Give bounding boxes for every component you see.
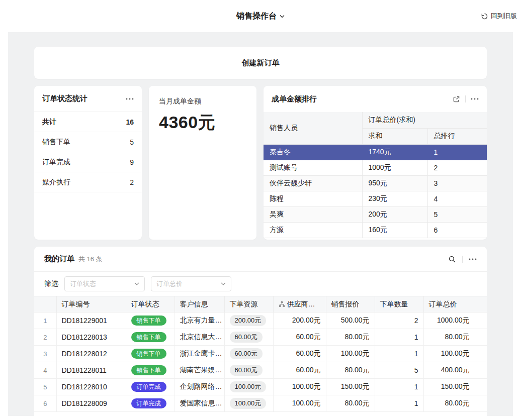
ranking-sum-cell: 200元 <box>362 206 427 222</box>
total-cell: 80.00元 <box>423 329 475 346</box>
resource-pill: 200.00元 <box>230 315 267 326</box>
supplier-cell: 100.00元 <box>273 395 326 412</box>
ranking-row[interactable]: 陈程230元4 <box>264 191 487 206</box>
create-order-button[interactable]: 创建新订单 <box>34 47 487 79</box>
ranking-row[interactable]: 方源160元6 <box>264 222 487 238</box>
supplier-cell: 100.00元 <box>273 379 326 395</box>
customer-cell: 北京有力量… <box>175 312 224 329</box>
order-number-cell: DD181228010 <box>56 379 126 395</box>
quote-cell: 80.00元 <box>326 329 375 346</box>
ranking-sum-cell: 1740元 <box>362 144 427 160</box>
status-list: 销售下单5订单完成9媒介执行2 <box>34 132 142 192</box>
ranking-row[interactable]: 测试账号1000元2 <box>264 160 487 175</box>
status-value: 5 <box>130 138 134 146</box>
lookup-icon <box>279 301 285 307</box>
ranking-person-cell: 吴爽 <box>264 206 362 222</box>
search-icon[interactable] <box>448 255 456 263</box>
orders-column-header[interactable]: 客户信息 <box>175 296 224 312</box>
status-total-label: 共计 <box>42 118 56 127</box>
more-options-icon[interactable] <box>471 98 479 100</box>
customer-cell: 企划路网络… <box>175 379 224 395</box>
quantity-cell: 5 <box>375 362 423 379</box>
ranking-card: 成单金额排行 销售人员 订单总价(求和) <box>264 86 487 240</box>
quantity-cell: 1 <box>375 395 423 412</box>
orders-table: 订单编号订单状态客户信息下单资源供应商…销售报价下单数量订单总价 1DD1812… <box>34 296 487 412</box>
supplier-cell: 60.00元 <box>273 362 326 379</box>
orders-column-header[interactable]: 销售报价 <box>326 296 375 312</box>
orders-column-label: 客户信息 <box>180 300 208 308</box>
status-label: 媒介执行 <box>42 178 70 187</box>
dashboard-content: 创建新订单 订单状态统计 共计 16 销售下单5订单完成9媒介执行2 当月成单金… <box>8 32 513 416</box>
ranking-person-cell: 方源 <box>264 222 362 238</box>
ranking-rank-cell: 3 <box>427 175 487 191</box>
status-row[interactable]: 订单完成9 <box>34 152 142 172</box>
ranking-col-rank: 总排行 <box>427 128 487 144</box>
order-status-cell: 订单完成 <box>126 379 175 395</box>
filler-cell <box>475 362 487 379</box>
resource-cell: 100.00元 <box>224 395 273 412</box>
table-row[interactable]: 3DD181228012销售下单浙江金鹰卡…60.00元60.00元100.00… <box>34 346 487 362</box>
back-to-old-button[interactable]: 回到旧版 <box>481 0 517 32</box>
orders-column-header[interactable]: 供应商… <box>273 296 326 312</box>
status-row[interactable]: 媒介执行2 <box>34 172 142 192</box>
ranking-col-person: 销售人员 <box>264 112 362 144</box>
filler-cell <box>475 379 487 395</box>
order-status-cell: 销售下单 <box>126 329 175 346</box>
status-row[interactable]: 销售下单5 <box>34 132 142 152</box>
orders-col-filler <box>475 296 487 312</box>
orders-column-header[interactable]: 订单编号 <box>56 296 126 312</box>
status-badge: 销售下单 <box>131 365 166 375</box>
filler-cell <box>475 329 487 346</box>
ranking-person-cell: 测试账号 <box>264 160 362 175</box>
ranking-sum-cell: 230元 <box>362 191 427 206</box>
filter-selects: 订单状态订单总价 <box>64 276 231 291</box>
customer-cell: 浙江金鹰卡… <box>175 346 224 362</box>
table-row[interactable]: 6DD181228009订单完成爱国家信息…100.00元100.00元80.0… <box>34 395 487 412</box>
month-amount-card: 当月成单金额 4360元 <box>149 86 256 240</box>
orders-column-header[interactable]: 下单资源 <box>224 296 273 312</box>
filter-select[interactable]: 订单状态 <box>64 276 145 291</box>
ranking-card-title: 成单金额排行 <box>272 94 317 104</box>
table-row[interactable]: 5DD181228010订单完成企划路网络…100.00元100.00元150.… <box>34 379 487 395</box>
row-index-cell: 6 <box>34 395 56 412</box>
orders-count: 共 16 条 <box>78 255 103 264</box>
ranking-row[interactable]: 秦吉冬1740元1 <box>264 144 487 160</box>
order-status-cell: 销售下单 <box>126 362 175 379</box>
order-status-cell: 销售下单 <box>126 346 175 362</box>
revert-icon <box>481 13 488 20</box>
status-badge: 销售下单 <box>131 316 166 326</box>
topbar: 销售操作台 回到旧版 <box>0 0 521 32</box>
status-total-row[interactable]: 共计 16 <box>34 112 142 132</box>
customer-cell: 湖南芒果娱… <box>175 362 224 379</box>
orders-column-header[interactable]: 订单总价 <box>423 296 475 312</box>
filler-cell <box>475 395 487 412</box>
ranking-person-cell: 伙伴云魏少轩 <box>264 175 362 191</box>
filter-label: 筛选 <box>44 279 58 288</box>
more-options-icon[interactable] <box>126 98 134 100</box>
quote-cell: 80.00元 <box>326 395 375 412</box>
filter-select[interactable]: 订单总价 <box>151 276 231 291</box>
table-row[interactable]: 2DD181228013销售下单北京信息大…60.00元60.00元80.00元… <box>34 329 487 346</box>
row-index-cell: 4 <box>34 362 56 379</box>
filler-cell <box>475 312 487 329</box>
table-row[interactable]: 1DD181229001销售下单北京有力量…200.00元200.00元500.… <box>34 312 487 329</box>
orders-column-header[interactable]: 下单数量 <box>375 296 423 312</box>
resource-pill: 100.00元 <box>230 381 267 392</box>
open-external-icon[interactable] <box>453 95 460 103</box>
amount-card-value: 4360元 <box>159 111 246 134</box>
order-number-cell: DD181229001 <box>56 312 126 329</box>
orders-column-header[interactable]: 订单状态 <box>126 296 175 312</box>
more-options-icon[interactable] <box>469 258 477 260</box>
filter-placeholder: 订单总价 <box>156 279 183 288</box>
orders-column-label: 订单总价 <box>429 300 457 308</box>
quantity-cell: 1 <box>375 346 423 362</box>
status-badge: 销售下单 <box>131 349 166 359</box>
status-badge: 销售下单 <box>131 332 166 342</box>
orders-table-body: 1DD181229001销售下单北京有力量…200.00元200.00元500.… <box>34 312 487 412</box>
resource-cell: 60.00元 <box>224 346 273 362</box>
table-row[interactable]: 4DD181228011销售下单湖南芒果娱…60.00元60.00元80.00元… <box>34 362 487 379</box>
quantity-cell: 1 <box>375 379 423 395</box>
ranking-row[interactable]: 吴爽200元5 <box>264 206 487 222</box>
app-title[interactable]: 销售操作台 <box>236 11 285 22</box>
ranking-row[interactable]: 伙伴云魏少轩950元3 <box>264 175 487 191</box>
